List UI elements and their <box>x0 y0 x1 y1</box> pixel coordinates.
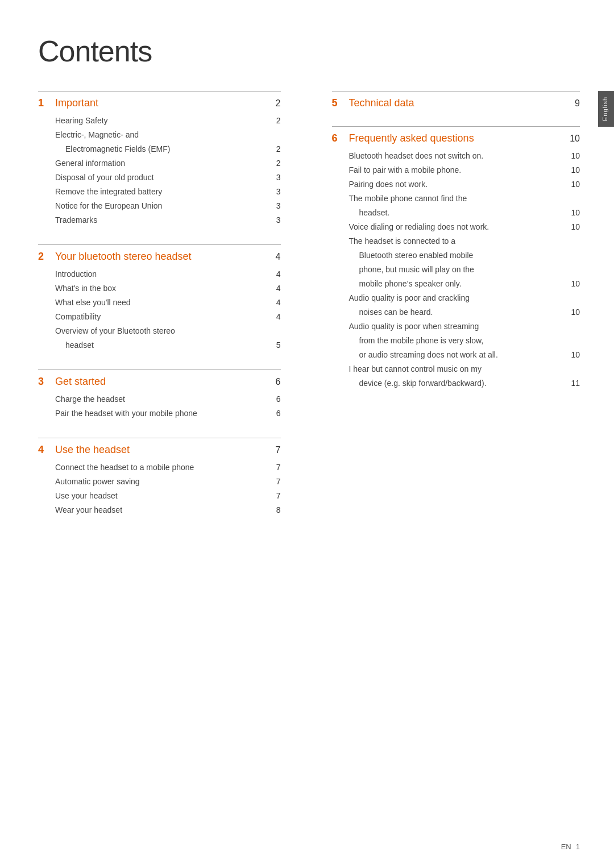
toc-sub-item: Notice for the European Union3 <box>38 199 281 213</box>
section-title: Use the headset <box>55 444 130 456</box>
sub-item-text: headset. <box>359 207 571 219</box>
toc-section: 6Frequently asked questions10Bluetooth h… <box>332 126 580 391</box>
sub-item-text: What else you'll need <box>55 297 276 309</box>
sub-item-page: 2 <box>276 143 281 155</box>
toc-sub-item: from the mobile phone is very slow, <box>332 334 580 348</box>
sub-item-page: 11 <box>571 377 580 389</box>
section-header: 6Frequently asked questions10 <box>332 126 580 144</box>
sub-item-page: 4 <box>276 311 281 323</box>
sub-item-page: 10 <box>571 207 580 219</box>
section-header: 3Get started6 <box>38 369 281 388</box>
section-page-number: 7 <box>276 445 281 455</box>
sub-item-text: Audio quality is poor when streaming <box>349 321 580 333</box>
section-page-number: 6 <box>276 377 281 387</box>
toc-sub-item: Introduction4 <box>38 267 281 281</box>
sub-item-text: The mobile phone cannot find the <box>349 193 580 205</box>
section-page-number: 2 <box>276 98 281 109</box>
toc-sub-item: device (e.g. skip forward/backward).11 <box>332 376 580 391</box>
section-number: 5 <box>332 97 342 109</box>
section-title: Your bluetooth stereo headset <box>55 251 192 263</box>
section-page-number: 10 <box>570 134 580 144</box>
toc-sub-item: Compatibility4 <box>38 310 281 324</box>
sub-item-page: 8 <box>276 504 281 516</box>
sub-item-page: 7 <box>276 490 281 502</box>
sub-item-page: 7 <box>276 462 281 474</box>
toc-sub-item: Pairing does not work.10 <box>332 177 580 192</box>
toc-section: 3Get started6Charge the headset6Pair the… <box>38 369 281 421</box>
sub-item-text: Bluetooth headset does not switch on. <box>349 150 571 162</box>
toc-sub-item: Audio quality is poor when streaming <box>332 319 580 334</box>
sub-item-text: Charge the headset <box>55 393 276 405</box>
sub-item-page: 10 <box>571 164 580 176</box>
toc-sub-item: Voice dialing or redialing does not work… <box>332 220 580 234</box>
section-page-number: 9 <box>575 98 580 109</box>
toc-sub-item: Fail to pair with a mobile phone.10 <box>332 163 580 177</box>
toc-sub-item: Electromagnetic Fields (EMF)2 <box>38 142 281 156</box>
toc-sub-item: headset5 <box>38 338 281 352</box>
footer-language: EN <box>561 842 571 851</box>
sub-item-text: The headset is connected to a <box>349 235 580 247</box>
sub-item-page: 10 <box>571 221 580 233</box>
toc-sub-item: phone, but music will play on the <box>332 263 580 277</box>
toc-sub-item: Hearing Safety2 <box>38 114 281 128</box>
sub-item-text: from the mobile phone is very slow, <box>359 335 580 347</box>
sub-item-page: 2 <box>276 115 281 127</box>
section-number: 2 <box>38 251 48 263</box>
sub-item-text: Disposal of your old product <box>55 172 276 184</box>
sub-item-page: 10 <box>571 306 580 318</box>
toc-sub-item: Audio quality is poor and crackling <box>332 291 580 305</box>
sub-item-text: or audio streaming does not work at all. <box>359 349 571 361</box>
sub-item-text: Bluetooth stereo enabled mobile <box>359 250 580 261</box>
sub-item-text: Pair the headset with your mobile phone <box>55 408 276 420</box>
sub-item-text: Pairing does not work. <box>349 178 571 190</box>
toc-sub-item: What's in the box4 <box>38 281 281 296</box>
toc-sub-item: I hear but cannot control music on my <box>332 362 580 376</box>
toc-sub-item: Electric-, Magnetic- and <box>38 128 281 142</box>
sub-item-page: 10 <box>571 150 580 162</box>
sub-item-text: Audio quality is poor and crackling <box>349 292 580 304</box>
sub-item-page: 10 <box>571 178 580 190</box>
section-number: 3 <box>38 376 48 388</box>
sub-item-text: Compatibility <box>55 311 276 323</box>
sub-item-text: Overview of your Bluetooth stereo <box>55 325 281 337</box>
section-title: Technical data <box>349 97 414 109</box>
section-title: Frequently asked questions <box>349 132 474 144</box>
sub-item-text: Connect the headset to a mobile phone <box>55 462 276 474</box>
section-title: Get started <box>55 376 106 388</box>
toc-sub-item: mobile phone’s speaker only.10 <box>332 277 580 291</box>
section-number: 4 <box>38 444 48 456</box>
sub-item-text: device (e.g. skip forward/backward). <box>359 377 571 389</box>
sub-item-text: Notice for the European Union <box>55 200 276 212</box>
toc-section: 4Use the headset7Connect the headset to … <box>38 438 281 517</box>
sub-item-page: 4 <box>276 268 281 280</box>
sub-item-text: Voice dialing or redialing does not work… <box>349 221 571 233</box>
toc-sub-item: Pair the headset with your mobile phone6 <box>38 406 281 421</box>
sub-item-page: 7 <box>276 476 281 488</box>
toc-sub-item: Overview of your Bluetooth stereo <box>38 324 281 338</box>
section-number: 1 <box>38 97 48 109</box>
language-tab: English <box>598 91 614 127</box>
toc-section: 1Important2Hearing Safety2Electric-, Mag… <box>38 91 281 227</box>
sub-item-text: phone, but music will play on the <box>359 264 580 276</box>
toc-sub-item: Charge the headset6 <box>38 392 281 406</box>
sub-item-text: mobile phone’s speaker only. <box>359 278 571 290</box>
sub-item-page: 5 <box>276 339 281 351</box>
sub-item-text: General information <box>55 157 276 169</box>
sub-item-text: I hear but cannot control music on my <box>349 363 580 375</box>
toc-sub-item: The mobile phone cannot find the <box>332 192 580 206</box>
section-title: Important <box>55 97 98 109</box>
section-page-number: 4 <box>276 252 281 262</box>
toc-sub-item: Connect the headset to a mobile phone7 <box>38 460 281 475</box>
sub-item-page: 10 <box>571 349 580 361</box>
section-header: 1Important2 <box>38 91 281 109</box>
toc-sub-item: What else you'll need4 <box>38 296 281 310</box>
sub-item-text: Introduction <box>55 268 276 280</box>
toc-left-column: 1Important2Hearing Safety2Electric-, Mag… <box>38 91 292 534</box>
toc-sub-item: General information2 <box>38 156 281 171</box>
toc-sub-item: Bluetooth headset does not switch on.10 <box>332 149 580 163</box>
sub-item-text: Electromagnetic Fields (EMF) <box>65 143 276 155</box>
sub-item-text: What's in the box <box>55 283 276 294</box>
sub-item-page: 4 <box>276 283 281 294</box>
sub-item-text: Hearing Safety <box>55 115 276 127</box>
toc-sub-item: headset.10 <box>332 206 580 220</box>
